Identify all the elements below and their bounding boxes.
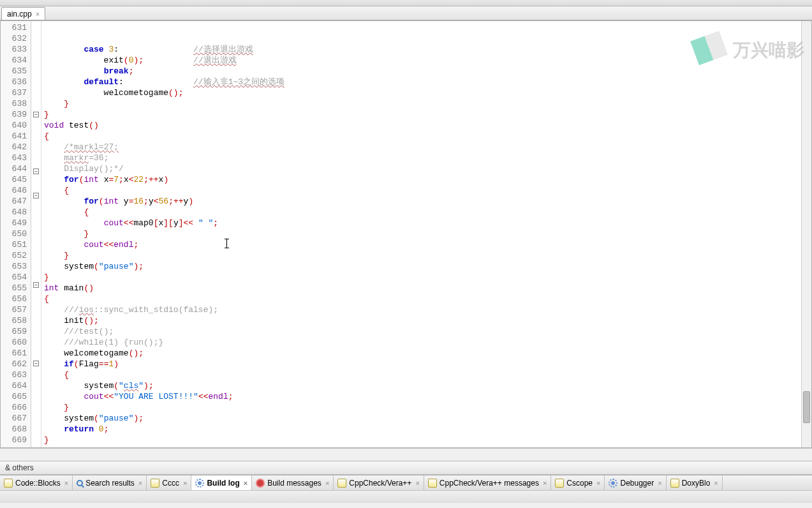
text-cursor-icon [226, 239, 227, 248]
line-number: 634 [1, 55, 27, 66]
line-number: 668 [1, 424, 27, 435]
code-line[interactable] [44, 445, 801, 456]
fold-column[interactable]: −−−−− [31, 21, 41, 447]
file-tab-active[interactable]: ain.cpp × [1, 7, 45, 20]
code-line[interactable]: /*markl=27; [44, 142, 801, 153]
code-line[interactable] [44, 456, 801, 467]
code-line[interactable]: ///ios::sync_with_stdio(false); [44, 304, 801, 315]
code-line[interactable]: } [44, 402, 801, 413]
line-number: 659 [1, 326, 27, 337]
code-line[interactable]: int main() [44, 283, 801, 294]
code-line[interactable]: { [44, 131, 801, 142]
line-number: 643 [1, 153, 27, 163]
scrollbar-thumb[interactable] [803, 391, 810, 423]
line-number: 638 [1, 98, 27, 109]
code-line[interactable]: cout<<"YOU ARE LOST!!!"<<endl; [44, 391, 801, 402]
code-line[interactable]: init(); [44, 315, 801, 326]
code-line[interactable]: case 3: //选择退出游戏 [44, 44, 801, 55]
doc-icon [4, 479, 13, 488]
vertical-scrollbar[interactable] [801, 21, 811, 447]
line-number: 642 [1, 142, 27, 153]
file-tabs-bar: ain.cpp × [0, 6, 812, 20]
line-number: 664 [1, 380, 27, 391]
line-number: 665 [1, 391, 27, 402]
line-number: 635 [1, 66, 27, 77]
close-icon[interactable]: × [36, 10, 40, 18]
line-number: 669 [1, 435, 27, 445]
search-icon [77, 480, 83, 486]
toolbar-strip [0, 0, 812, 6]
code-line[interactable]: } [44, 98, 801, 109]
status-bar [0, 490, 812, 503]
code-editor[interactable]: case 3: //选择退出游戏 exit(0); //退出游戏 break; … [41, 21, 801, 447]
line-number: 652 [1, 250, 27, 261]
code-line[interactable]: if(Flag==1) [44, 359, 801, 370]
line-number: 639 [1, 109, 27, 120]
line-number: 646 [1, 185, 27, 196]
code-line[interactable]: } [44, 228, 801, 239]
code-line[interactable]: welcometogame(); [44, 348, 801, 359]
line-number: 663 [1, 370, 27, 380]
code-line[interactable]: cout<<map0[x][y]<< " "; [44, 218, 801, 228]
line-number: 660 [1, 337, 27, 348]
code-line[interactable]: { [44, 294, 801, 304]
line-number: 653 [1, 261, 27, 272]
fold-toggle-icon[interactable]: − [33, 112, 39, 117]
line-number: 666 [1, 402, 27, 413]
code-line[interactable]: break; [44, 66, 801, 77]
editor-area: 6316326336346356366376386396406416426436… [0, 20, 812, 448]
fold-toggle-icon[interactable]: − [33, 282, 39, 288]
code-line[interactable]: ///while(1) {run();} [44, 337, 801, 348]
line-number: 647 [1, 196, 27, 207]
file-tab-label: ain.cpp [7, 10, 32, 19]
fold-toggle-icon[interactable]: − [33, 361, 39, 366]
fold-toggle-icon[interactable]: − [33, 193, 39, 198]
line-number: 657 [1, 304, 27, 315]
line-number: 667 [1, 413, 27, 424]
code-line[interactable]: Display();*/ [44, 163, 801, 174]
line-number: 661 [1, 348, 27, 359]
line-number: 650 [1, 228, 27, 239]
code-line[interactable]: } [44, 109, 801, 120]
code-line[interactable]: { [44, 185, 801, 196]
code-line[interactable]: system("pause"); [44, 413, 801, 424]
line-number: 633 [1, 44, 27, 55]
line-number: 636 [1, 77, 27, 87]
code-line[interactable]: welcometogame(); [44, 87, 801, 98]
line-number: 648 [1, 207, 27, 218]
code-line[interactable]: markr=36; [44, 153, 801, 163]
line-number: 640 [1, 120, 27, 131]
fold-toggle-icon[interactable]: − [33, 168, 39, 174]
line-number-gutter: 6316326336346356366376386396406416426436… [1, 21, 31, 447]
line-number: 641 [1, 131, 27, 142]
code-line[interactable]: { [44, 370, 801, 380]
line-number: 632 [1, 33, 27, 44]
line-number: 645 [1, 174, 27, 185]
code-line[interactable]: exit(0); //退出游戏 [44, 55, 801, 66]
line-number: 637 [1, 87, 27, 98]
code-line[interactable]: void test() [44, 120, 801, 131]
code-line[interactable]: default: //输入非1~3之间的选项 [44, 77, 801, 87]
code-line[interactable]: { [44, 207, 801, 218]
code-line[interactable]: } [44, 272, 801, 283]
line-number: 654 [1, 272, 27, 283]
code-line[interactable]: ///test(); [44, 326, 801, 337]
code-line[interactable]: return 0; [44, 424, 801, 435]
code-line[interactable]: } [44, 435, 801, 445]
code-line[interactable]: system("pause"); [44, 261, 801, 272]
line-number: 658 [1, 315, 27, 326]
code-line[interactable]: } [44, 250, 801, 261]
line-number: 644 [1, 163, 27, 174]
line-number: 651 [1, 239, 27, 250]
line-number: 655 [1, 283, 27, 294]
line-number: 631 [1, 22, 27, 33]
line-number: 656 [1, 294, 27, 304]
line-number: 662 [1, 359, 27, 370]
code-line[interactable]: cout<<endl; [44, 239, 801, 250]
code-line[interactable]: for(int y=16;y<56;++y) [44, 196, 801, 207]
code-line[interactable]: for(int x=7;x<22;++x) [44, 174, 801, 185]
code-line[interactable]: system("cls"); [44, 380, 801, 391]
line-number: 649 [1, 218, 27, 228]
